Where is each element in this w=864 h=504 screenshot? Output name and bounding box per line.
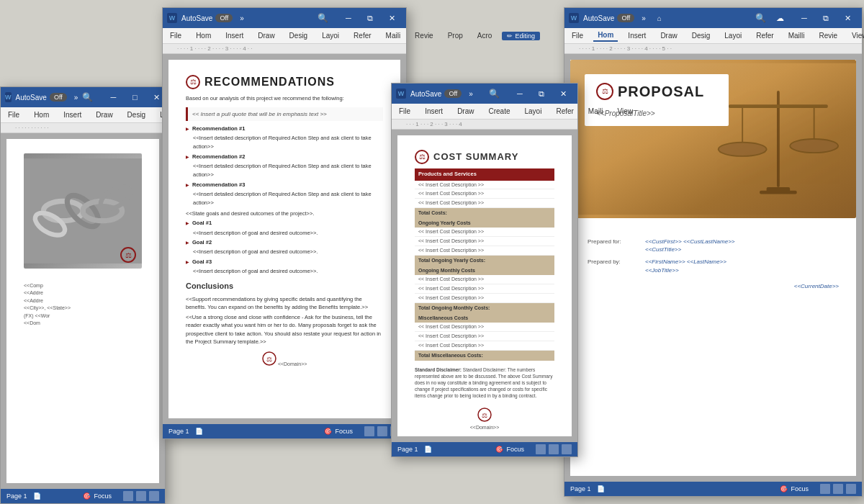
autosave-area-4: AutoSave Off [583, 14, 634, 22]
tab-draw-1[interactable]: Draw [91, 109, 117, 120]
yearly-amt-3 [518, 246, 554, 256]
view-icon-outline-4[interactable] [846, 484, 856, 494]
total-costs-row: Total Costs: [415, 207, 554, 217]
ruler-2: · · · · 1 · · · · 2 · · · · 3 · · · · 4 … [163, 44, 406, 54]
goal-label-2: Goal #2 [186, 239, 383, 247]
misc-row-2: << Insert Cost Description >> [415, 332, 554, 341]
win-controls-2: ─ ⧉ ✕ [338, 11, 402, 25]
view-icon-outline-3[interactable] [562, 444, 572, 454]
tab-prop-2[interactable]: Prop [444, 30, 467, 41]
tab-layoi-2[interactable]: Layoi [318, 30, 343, 41]
autosave-toggle-2[interactable]: Off [215, 14, 233, 22]
tab-revie-2[interactable]: Revie [410, 30, 438, 41]
focus-btn-1[interactable]: 🎯 Focus [83, 492, 112, 500]
title-bar-1: W AutoSave Off » 🔍 ─ □ ✕ [1, 87, 165, 107]
tab-desig-1[interactable]: Desig [123, 109, 150, 120]
tab-insert-3[interactable]: Insert [420, 106, 447, 117]
tab-hom-1[interactable]: Hom [30, 109, 53, 120]
maximize-btn-1[interactable]: □ [125, 90, 145, 104]
svg-text:⚖: ⚖ [482, 412, 487, 419]
tab-maili-2[interactable]: Maili [382, 30, 405, 41]
close-btn-4[interactable]: ✕ [837, 11, 858, 25]
minimize-btn-2[interactable]: ─ [338, 11, 359, 25]
rec-desc-3: <<Insert detailed description of Require… [186, 190, 383, 207]
search-icon-3[interactable]: 🔍 [489, 89, 500, 99]
doc-logo-2: ⚖ Recommendations [186, 74, 383, 90]
tab-draw-2[interactable]: Draw [253, 30, 279, 41]
expand-icon-2[interactable]: » [240, 14, 244, 22]
view-icon-print-1[interactable] [123, 491, 133, 501]
products-amt-3 [518, 199, 554, 208]
expand-icon-1[interactable]: » [74, 94, 78, 102]
expand-icon-4[interactable]: » [642, 14, 646, 22]
tab-mailli-4[interactable]: Mailli [784, 30, 809, 41]
autosave-area-1: AutoSave Off [16, 93, 67, 102]
search-icon-2[interactable]: 🔍 [318, 13, 328, 23]
tab-maili-3[interactable]: Maili [584, 106, 608, 117]
tab-draw-3[interactable]: Draw [453, 106, 478, 117]
products-amt-2 [518, 189, 554, 199]
close-btn-3[interactable]: ✕ [553, 86, 573, 101]
restore-btn-4[interactable]: ⧉ [816, 11, 836, 25]
products-header-cell: Products and Services [415, 168, 518, 181]
tab-file-1[interactable]: File [4, 109, 24, 120]
tab-hom-4[interactable]: Hom [593, 30, 618, 42]
view-icon-web-3[interactable] [549, 444, 559, 454]
view-icon-print-4[interactable] [820, 484, 830, 494]
tab-layoi-4[interactable]: Layoi [720, 30, 746, 41]
tab-acro-2[interactable]: Acro [473, 30, 497, 41]
proposal-cover: ⚖ Proposal <<ProposalTitle>> [570, 60, 856, 218]
tab-insert-1[interactable]: Insert [59, 109, 86, 120]
doc-page-4: ⚖ Proposal <<ProposalTitle>> Prepared fo… [570, 60, 856, 476]
recommendation-1: Recommendation #1 <<Insert detailed desc… [186, 125, 383, 150]
view-icon-web-4[interactable] [833, 484, 843, 494]
view-icon-print-3[interactable] [536, 444, 546, 454]
tab-draw-4[interactable]: Draw [656, 30, 681, 41]
word-window-2: W AutoSave Off » 🔍 ─ ⧉ ✕ File Hom Insert… [162, 7, 407, 439]
tab-view-3[interactable]: View [613, 106, 637, 117]
tab-desig-2[interactable]: Desig [285, 30, 312, 41]
focus-btn-3[interactable]: 🎯 Focus [495, 446, 524, 453]
tab-refer-3[interactable]: Refer [552, 106, 577, 117]
autosave-area-3: AutoSave Off [410, 89, 462, 98]
tab-refer-2[interactable]: Refer [349, 30, 375, 41]
tab-desig-4[interactable]: Desig [688, 30, 715, 41]
expand-icon-3[interactable]: » [469, 90, 473, 98]
close-btn-2[interactable]: ✕ [382, 11, 402, 25]
view-icon-outline-1[interactable] [149, 491, 159, 501]
focus-btn-4[interactable]: 🎯 Focus [780, 485, 809, 492]
tab-file-4[interactable]: File [567, 30, 588, 41]
view-icon-web-1[interactable] [136, 491, 146, 501]
tab-file-3[interactable]: File [395, 106, 415, 117]
tab-insert-2[interactable]: Insert [221, 30, 248, 41]
minimize-btn-3[interactable]: ─ [510, 86, 530, 101]
autosave-label-2: AutoSave [181, 14, 212, 22]
restore-btn-2[interactable]: ⧉ [360, 11, 380, 25]
tab-layoi-3[interactable]: Layoi [521, 106, 546, 117]
view-icon-web-2[interactable] [377, 426, 387, 436]
title-bar-4: W AutoSave Off » ⌂ 🔍 ☁ ─ ⧉ ✕ [564, 8, 862, 28]
products-desc-3: << Insert Cost Description >> [415, 199, 518, 208]
minimize-btn-4[interactable]: ─ [794, 11, 814, 25]
page-indicator-2: Page 1 [168, 428, 189, 435]
tab-revie-4[interactable]: Revie [814, 30, 842, 41]
restore-btn-3[interactable]: ⧉ [531, 86, 552, 101]
tab-hom-2[interactable]: Hom [192, 30, 215, 41]
view-icon-print-2[interactable] [364, 426, 374, 436]
autosave-toggle-1[interactable]: Off [50, 93, 67, 102]
focus-btn-2[interactable]: 🎯 Focus [324, 428, 353, 435]
nav-icon-4[interactable]: ⌂ [657, 14, 662, 22]
tab-create-3[interactable]: Create [484, 106, 514, 117]
tab-view-4[interactable]: View [847, 30, 864, 41]
autosave-toggle-3[interactable]: Off [444, 89, 462, 98]
search-icon-1[interactable]: 🔍 [82, 92, 93, 102]
search-icon-4[interactable]: 🔍 [755, 13, 766, 23]
domain-text-2: <<Domain>> [278, 361, 307, 366]
tab-refer-4[interactable]: Refer [752, 30, 778, 41]
status-bar-4: Page 1 📄 🎯 Focus [564, 482, 862, 496]
proposal-details: Prepared for: <<CustFirst>> <<CustLastNa… [570, 224, 856, 302]
tab-file-2[interactable]: File [166, 30, 186, 41]
tab-insert-4[interactable]: Insert [624, 30, 650, 41]
minimize-btn-1[interactable]: ─ [103, 90, 123, 104]
autosave-toggle-4[interactable]: Off [617, 14, 634, 22]
